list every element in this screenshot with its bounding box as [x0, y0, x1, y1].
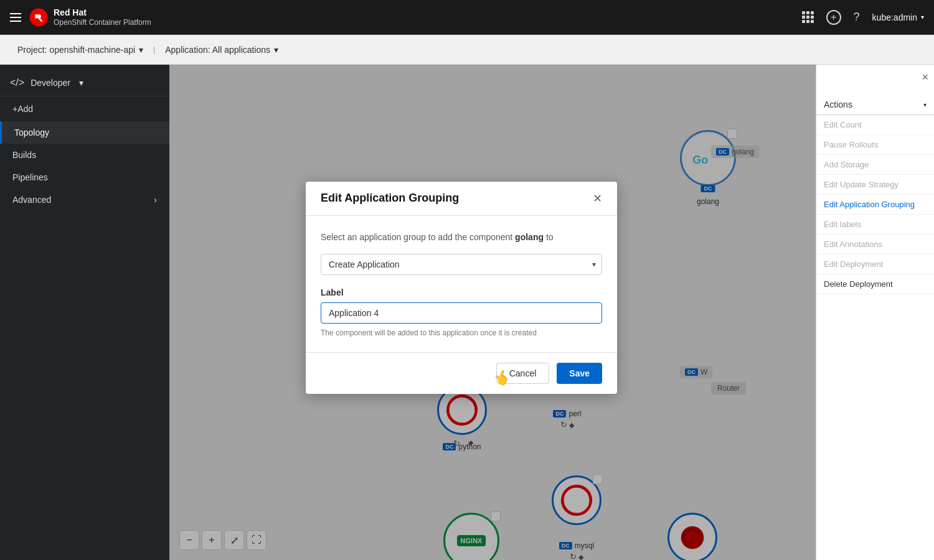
project-caret-icon: ▾ [139, 45, 143, 55]
action-edit-deployment[interactable]: Edit Deployment [816, 254, 934, 274]
pipelines-label: Pipelines [12, 172, 48, 182]
modal-desc-suffix: to [544, 232, 554, 242]
user-menu[interactable]: kube:admin ▾ [872, 12, 924, 22]
perspective-caret: ▾ [79, 78, 83, 88]
action-add-storage[interactable]: Add Storage [816, 155, 934, 175]
application-caret-icon: ▾ [274, 45, 278, 55]
modal-body: Select an application group to add the c… [306, 216, 617, 352]
action-edit-application-grouping[interactable]: Edit Application Grouping [816, 195, 934, 215]
hamburger-menu[interactable] [10, 13, 21, 22]
project-label: Project: openshift-machine-api [17, 45, 135, 55]
user-name: kube:admin [872, 12, 917, 22]
brand-text: Red Hat OpenShift Container Platform [54, 7, 151, 27]
action-edit-count[interactable]: Edit Count [816, 115, 934, 135]
perspective-switcher[interactable]: </> Developer ▾ [0, 70, 169, 96]
action-edit-annotations[interactable]: Edit Annotations [816, 235, 934, 254]
help-icon[interactable]: ? [854, 11, 860, 24]
advanced-arrow-icon: › [154, 195, 157, 205]
modal-header: Edit Application Grouping ✕ [306, 182, 617, 216]
top-nav: Red Hat OpenShift Container Platform + ?… [0, 0, 934, 35]
save-button[interactable]: Save [557, 363, 602, 384]
modal-title: Edit Application Grouping [321, 192, 459, 205]
project-selector[interactable]: Project: openshift-machine-api ▾ [12, 42, 148, 57]
top-nav-right: + ? kube:admin ▾ [802, 10, 924, 25]
context-separator: | [153, 45, 155, 54]
context-bar: Project: openshift-machine-api ▾ | Appli… [0, 35, 934, 65]
actions-caret-icon[interactable]: ▾ [923, 101, 927, 108]
panel-close-x[interactable]: ✕ [917, 70, 934, 85]
application-label: Application: All applications [165, 45, 270, 55]
topology-label: Topology [14, 128, 49, 138]
modal-overlay: Edit Application Grouping ✕ Select an ap… [169, 65, 816, 560]
actions-title: Actions [824, 100, 852, 110]
action-edit-update-strategy[interactable]: Edit Update Strategy [816, 175, 934, 195]
brand-subtitle: OpenShift Container Platform [54, 18, 151, 27]
modal-description: Select an application group to add the c… [321, 231, 602, 244]
modal-footer: Cancel Save [306, 352, 617, 394]
right-panel-header: Actions ▾ [816, 95, 934, 115]
builds-label: Builds [12, 150, 36, 160]
action-delete-deployment[interactable]: Delete Deployment [816, 274, 934, 294]
user-caret-icon: ▾ [921, 14, 924, 21]
redhat-logo [29, 7, 49, 27]
add-icon[interactable]: + [826, 10, 841, 25]
right-panel: ✕ Actions ▾ Edit Count Pause Rollouts Ad… [816, 65, 934, 560]
modal-dropdown-wrapper: Create Application ▾ [321, 254, 602, 275]
sidebar-item-advanced[interactable]: Advanced › [0, 189, 169, 211]
modal-component-name: golang [515, 232, 544, 242]
edit-application-grouping-modal: Edit Application Grouping ✕ Select an ap… [306, 182, 617, 394]
add-label: +Add [12, 104, 33, 114]
action-pause-rollouts[interactable]: Pause Rollouts [816, 135, 934, 155]
topology-canvas[interactable]: Go DC ⧉ golang [169, 65, 816, 560]
action-edit-labels[interactable]: Edit labels [816, 215, 934, 235]
modal-desc-prefix: Select an application group to add the c… [321, 232, 515, 242]
main-layout: </> Developer ▾ +Add Topology Builds Pip… [0, 65, 934, 560]
modal-close-button[interactable]: ✕ [593, 192, 602, 205]
code-icon: </> [10, 77, 24, 88]
label-field-label: Label [321, 287, 602, 297]
label-input[interactable] [321, 302, 602, 324]
perspective-label: Developer [31, 78, 70, 88]
application-group-select[interactable]: Create Application [321, 254, 602, 275]
application-selector[interactable]: Application: All applications ▾ [160, 42, 283, 57]
sidebar-item-pipelines[interactable]: Pipelines [0, 166, 169, 189]
sidebar-add-item[interactable]: +Add [0, 96, 169, 121]
modal-hint: The component will be added to this appl… [321, 329, 602, 337]
brand-name: Red Hat [54, 7, 151, 18]
sidebar-item-builds[interactable]: Builds [0, 144, 169, 166]
sidebar: </> Developer ▾ +Add Topology Builds Pip… [0, 65, 169, 560]
sidebar-item-topology[interactable]: Topology [0, 121, 169, 144]
advanced-label: Advanced [12, 195, 51, 205]
grid-icon[interactable] [802, 11, 814, 23]
brand: Red Hat OpenShift Container Platform [29, 7, 151, 27]
cancel-button[interactable]: Cancel [496, 363, 550, 384]
